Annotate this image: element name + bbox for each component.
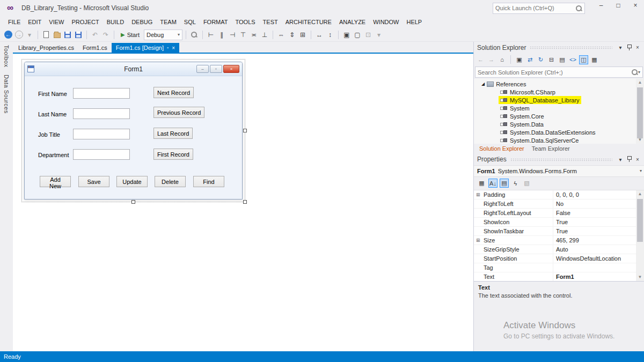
scrollbar-thumb[interactable]	[637, 87, 643, 138]
sidebar-tab-data-sources[interactable]: Data Sources	[3, 75, 10, 114]
align-centers-icon[interactable]: ∥	[217, 30, 226, 40]
se-preview-selected-icon[interactable]: ◫	[579, 55, 588, 64]
scroll-up-icon[interactable]: ▲	[636, 190, 644, 198]
tab-library-properties-cs[interactable]: Library_Properties.cs	[14, 43, 78, 53]
redo-icon[interactable]: ↷	[101, 30, 111, 40]
form-body[interactable]: First Name Last Name Job Title Departmen…	[25, 76, 242, 199]
se-home-icon[interactable]: ⌂	[497, 55, 507, 64]
menu-test[interactable]: TEST	[259, 17, 282, 27]
window-position-icon[interactable]: ▾	[616, 45, 625, 50]
label-last-name[interactable]: Last Name	[38, 111, 67, 117]
form-title-bar[interactable]: Form1 – ▫ ×	[25, 62, 242, 76]
align-tops-icon[interactable]: ⊤	[238, 30, 248, 40]
property-grid-scrollbar[interactable]: ▲ ▼	[636, 190, 644, 281]
close-panel-icon[interactable]: ×	[633, 45, 642, 50]
property-row-padding[interactable]: ⊞Padding 0, 0, 0, 0	[474, 190, 644, 200]
se-back-icon[interactable]: ←	[476, 55, 485, 64]
tab-form1-cs-design[interactable]: Form1.cs [Design] ▫ ×	[112, 43, 179, 53]
se-collapse-all-icon[interactable]: ⊟	[547, 55, 556, 64]
menu-debug[interactable]: DEBUG	[128, 17, 156, 27]
next-record-button[interactable]: Next Record	[153, 87, 194, 98]
bring-to-front-icon[interactable]: ▣	[342, 30, 352, 40]
textbox-first-name[interactable]	[73, 88, 130, 99]
form-maximize-button[interactable]: ▫	[210, 65, 222, 73]
solution-configurations-dropdown[interactable]: Debug ▾	[144, 29, 182, 40]
property-pages-icon[interactable]: ▧	[522, 179, 531, 188]
se-view-code-icon[interactable]: <>	[568, 55, 577, 64]
window-layout-icon[interactable]: ⊡	[363, 30, 373, 40]
categorized-icon[interactable]: ▦	[477, 179, 486, 188]
close-tab-icon[interactable]: ×	[172, 45, 175, 51]
search-icon[interactable]	[631, 69, 638, 76]
align-bottoms-icon[interactable]: ⊥	[260, 30, 269, 40]
property-value[interactable]: Auto	[553, 245, 636, 254]
property-row-righttoleftlayout[interactable]: RightToLeftLayout False	[474, 209, 644, 218]
open-file-icon[interactable]	[52, 30, 62, 40]
save-icon[interactable]	[63, 30, 72, 40]
align-lefts-icon[interactable]: ⊢	[206, 30, 216, 40]
property-value[interactable]: True	[553, 218, 636, 226]
se-show-all-files-icon[interactable]: ▤	[558, 55, 567, 64]
solution-tree-scrollbar[interactable]: ▲ ▼	[636, 79, 644, 144]
horizontal-spacing-icon[interactable]: ↔	[314, 30, 324, 40]
tree-item-system[interactable]: System	[474, 104, 636, 112]
make-same-height-icon[interactable]: ⇕	[287, 30, 297, 40]
menu-sql[interactable]: SQL	[180, 17, 200, 27]
designed-form[interactable]: Form1 – ▫ × First Name Last Name Job Tit…	[24, 62, 243, 200]
add-new-button[interactable]: Add New	[40, 176, 71, 187]
menu-help[interactable]: HELP	[402, 17, 426, 27]
window-position-icon[interactable]: ▾	[616, 157, 625, 162]
textbox-last-name[interactable]	[73, 108, 130, 119]
quick-launch-box[interactable]	[493, 3, 585, 14]
tree-item-system-data[interactable]: System.Data	[474, 120, 636, 128]
navigate-forward-icon[interactable]: →	[14, 30, 24, 40]
tree-item-system-data-datasetextensions[interactable]: System.Data.DataSetExtensions	[474, 128, 636, 136]
textbox-job-title[interactable]	[73, 129, 130, 139]
form-minimize-button[interactable]: –	[196, 65, 209, 73]
tree-item-mysql-database-library[interactable]: MySQL_Database_Library	[474, 96, 636, 104]
label-department[interactable]: Department	[38, 152, 69, 158]
last-record-button[interactable]: Last Record	[153, 128, 193, 139]
property-row-tag[interactable]: Tag	[474, 263, 644, 272]
alphabetical-icon[interactable]: A↓	[488, 179, 497, 188]
chevron-down-icon[interactable]: ▾	[640, 168, 642, 173]
make-same-size-icon[interactable]: ⊞	[298, 30, 308, 40]
send-to-back-icon[interactable]: ▢	[353, 30, 362, 40]
auto-hide-pin-icon[interactable]	[625, 156, 633, 163]
properties-view-icon[interactable]: ▤	[500, 179, 509, 188]
menu-analyze[interactable]: ANALYZE	[335, 17, 369, 27]
make-same-width-icon[interactable]: ⇔	[276, 30, 286, 40]
new-file-icon[interactable]	[41, 30, 51, 40]
properties-header[interactable]: Properties ▾ ×	[474, 154, 644, 165]
close-button[interactable]: ×	[627, 0, 644, 12]
toolbar-options-icon[interactable]: ▾	[374, 30, 384, 40]
expander-icon[interactable]: ⊞	[476, 192, 480, 197]
scroll-down-icon[interactable]: ▼	[636, 274, 644, 281]
property-value[interactable]: False	[553, 209, 636, 217]
navigate-backward-icon[interactable]: ←	[3, 30, 13, 40]
property-row-righttoleft[interactable]: RightToLeft No	[474, 200, 644, 209]
property-row-text[interactable]: Text Form1	[474, 272, 644, 281]
find-icon[interactable]	[189, 30, 199, 40]
tab-solution-explorer[interactable]: Solution Explorer	[476, 144, 528, 153]
tree-item-system-core[interactable]: System.Core	[474, 112, 636, 120]
solution-search-input[interactable]	[478, 69, 631, 76]
tree-node-references[interactable]: ◢ References	[474, 80, 636, 88]
menu-project[interactable]: PROJECT	[68, 17, 103, 27]
close-panel-icon[interactable]: ×	[633, 157, 642, 162]
se-sync-icon[interactable]: ⇄	[525, 55, 535, 64]
scroll-up-icon[interactable]: ▲	[636, 79, 644, 86]
align-middles-icon[interactable]: ≍	[249, 30, 259, 40]
resize-handle-bottom[interactable]	[131, 200, 135, 204]
menu-view[interactable]: VIEW	[45, 17, 68, 27]
resize-handle-right[interactable]	[243, 129, 247, 132]
find-button[interactable]: Find	[193, 176, 224, 187]
sidebar-tab-toolbox[interactable]: Toolbox	[3, 45, 10, 67]
menu-edit[interactable]: EDIT	[24, 17, 45, 27]
property-row-showicon[interactable]: ShowIcon True	[474, 218, 644, 227]
search-dropdown-icon[interactable]: ▾	[638, 70, 640, 75]
scrollbar-thumb[interactable]	[637, 199, 643, 242]
property-value[interactable]: WindowsDefaultLocation	[553, 254, 636, 263]
save-button[interactable]: Save	[78, 176, 109, 187]
tab-form1-cs[interactable]: Form1.cs	[78, 43, 112, 53]
